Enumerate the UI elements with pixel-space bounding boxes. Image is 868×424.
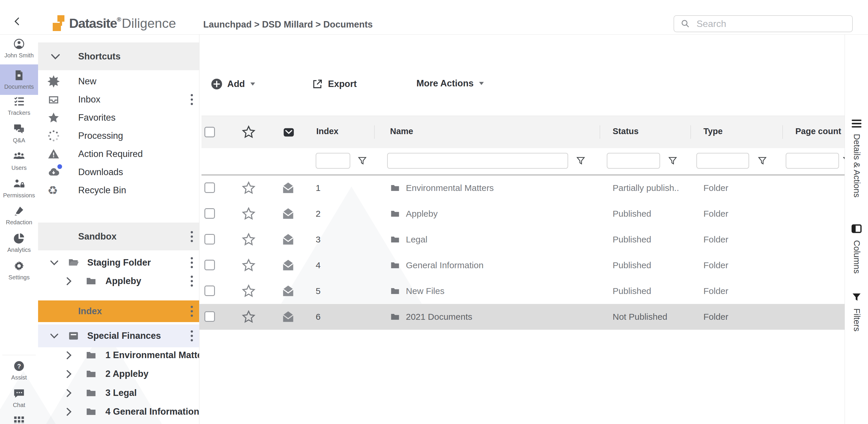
tab-filters[interactable]: Filters — [845, 292, 868, 331]
shortcuts-header[interactable]: Shortcuts — [38, 42, 199, 70]
table-row-selected[interactable]: 6 2021 Documents Not Published Folder — [199, 304, 844, 330]
chevron-right-icon — [63, 276, 74, 287]
shortcuts-label: Shortcuts — [78, 51, 121, 62]
row-status: Partially publish.. — [613, 183, 679, 193]
row-name[interactable]: New Files — [406, 286, 444, 296]
tree-item-special-finances[interactable]: Special Finances — [38, 325, 199, 347]
table-row[interactable]: 4 General Information Published Folder — [199, 252, 844, 278]
select-all-checkbox[interactable] — [205, 127, 215, 137]
more-actions-button[interactable]: More Actions — [416, 78, 485, 89]
inbox-icon — [48, 93, 60, 106]
row-checkbox[interactable] — [205, 182, 215, 193]
row-checkbox[interactable] — [205, 311, 215, 322]
folder-icon — [390, 312, 400, 322]
type-filter-input[interactable] — [696, 153, 749, 169]
tab-columns[interactable]: Columns — [845, 223, 868, 273]
folder-icon — [390, 260, 400, 270]
tab-details-actions[interactable]: Details & Actions — [845, 119, 868, 198]
kebab-menu-icon[interactable] — [189, 255, 194, 270]
rail-item-qa[interactable]: Q&A — [0, 119, 38, 147]
table-row[interactable]: 5 New Files Published Folder — [199, 278, 844, 304]
sidebar-item-downloads[interactable]: Downloads — [38, 163, 199, 181]
export-icon — [312, 78, 323, 90]
row-name[interactable]: General Information — [406, 260, 484, 270]
page-count-filter-input[interactable] — [786, 153, 839, 169]
star-icon[interactable] — [242, 284, 255, 298]
column-header-name[interactable]: Name — [390, 126, 413, 136]
table-row[interactable]: 3 Legal Published Folder — [199, 226, 844, 252]
filter-funnel-icon[interactable] — [668, 156, 678, 166]
filter-funnel-icon[interactable] — [757, 156, 767, 166]
rail-user[interactable]: John Smith — [0, 34, 38, 62]
name-filter-input[interactable] — [387, 153, 568, 169]
column-header-status[interactable]: Status — [613, 126, 639, 136]
rail-item-analytics[interactable]: Analytics — [0, 229, 38, 256]
right-panel-rail: Details & Actions Columns Filters — [844, 34, 868, 424]
sidebar-item-recycle-bin[interactable]: ♻ Recycle Bin — [38, 181, 199, 200]
star-icon[interactable] — [242, 259, 255, 272]
table-row[interactable]: 1 Environmental Matters Partially publis… — [199, 175, 844, 201]
status-filter-input[interactable] — [607, 153, 660, 169]
row-checkbox[interactable] — [205, 234, 215, 244]
search-input[interactable] — [696, 18, 846, 30]
search-box[interactable] — [674, 15, 853, 32]
column-header-index[interactable]: Index — [316, 126, 339, 136]
tree-item-index-selected[interactable]: Index — [38, 300, 199, 322]
row-name[interactable]: Appleby — [406, 209, 437, 219]
row-checkbox[interactable] — [205, 285, 215, 296]
filter-funnel-icon[interactable] — [357, 156, 367, 166]
tab-label: Filters — [852, 308, 862, 331]
svg-text:?: ? — [17, 363, 21, 370]
tab-label: Columns — [852, 240, 862, 273]
rail-item-label: Trackers — [8, 110, 30, 116]
envelope-open-icon — [282, 233, 294, 246]
kebab-menu-icon[interactable] — [189, 329, 194, 343]
star-icon[interactable] — [242, 181, 255, 195]
rail-divider — [2, 355, 36, 355]
rail-item-users[interactable]: Users — [0, 147, 38, 174]
index-filter-input[interactable] — [316, 153, 350, 169]
export-button[interactable]: Export — [312, 78, 357, 90]
kebab-menu-icon[interactable] — [189, 304, 194, 318]
filter-funnel-icon[interactable] — [576, 156, 586, 166]
row-checkbox[interactable] — [205, 208, 215, 219]
rail-item-redaction[interactable]: Redaction — [0, 202, 38, 229]
person-lock-icon — [13, 177, 25, 190]
rail-item-permissions[interactable]: Permissions — [0, 174, 38, 202]
sandbox-header[interactable]: Sandbox — [38, 222, 199, 250]
documents-main: Add Export More Actions Index Name Statu… — [199, 34, 844, 424]
kebab-menu-icon[interactable] — [189, 274, 194, 288]
sidebar-item-new[interactable]: New — [38, 72, 199, 90]
rail-item-documents[interactable]: Documents — [0, 64, 38, 95]
kebab-menu-icon[interactable] — [189, 93, 194, 107]
sidebar-item-processing[interactable]: Processing — [38, 127, 199, 145]
star-column-icon[interactable] — [242, 125, 255, 139]
sidebar-item-inbox[interactable]: Inbox — [38, 90, 199, 109]
tree-item-appleby[interactable]: Appleby — [38, 272, 199, 290]
row-name[interactable]: 2021 Documents — [406, 312, 472, 322]
filter-funnel-icon[interactable] — [842, 156, 844, 166]
rail-item-settings[interactable]: Settings — [0, 256, 38, 284]
tree-item-staging-folder[interactable]: Staging Folder — [38, 253, 199, 272]
star-icon[interactable] — [242, 310, 255, 324]
row-name[interactable]: Legal — [406, 235, 427, 244]
rail-item-label: Redaction — [6, 219, 32, 226]
sidebar-item-label: Action Required — [78, 149, 143, 159]
tree-item-child[interactable]: 1 Environmental Matters — [38, 346, 199, 364]
breadcrumb[interactable]: Launchpad > DSD Millard > Documents — [203, 19, 373, 30]
sidebar-item-favorites[interactable]: Favorites — [38, 109, 199, 127]
chevron-right-icon — [63, 368, 74, 380]
table-row[interactable]: 2 Appleby Published Folder — [199, 201, 844, 226]
rail-item-trackers[interactable]: Trackers — [0, 92, 38, 119]
envelope-column-icon[interactable] — [282, 126, 295, 139]
column-header-page-count[interactable]: Page count — [795, 126, 841, 136]
row-checkbox[interactable] — [205, 260, 215, 270]
sidebar-item-action-required[interactable]: Action Required — [38, 145, 199, 163]
back-button[interactable] — [12, 17, 22, 26]
row-name[interactable]: Environmental Matters — [406, 183, 494, 193]
star-icon[interactable] — [242, 233, 255, 246]
column-header-type[interactable]: Type — [704, 126, 723, 136]
add-button[interactable]: Add — [211, 78, 256, 90]
kebab-menu-icon[interactable] — [189, 230, 194, 244]
star-icon[interactable] — [242, 207, 255, 220]
